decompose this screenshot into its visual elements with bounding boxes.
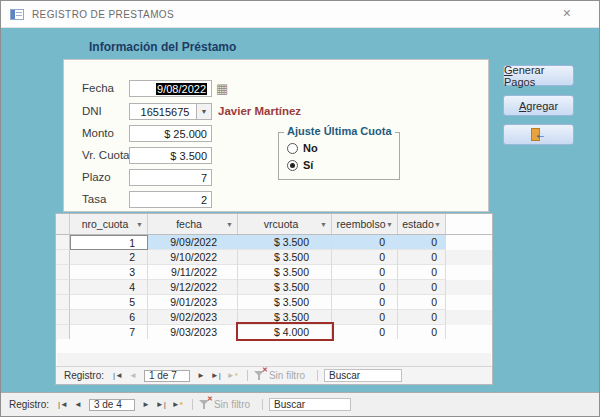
next-record-button[interactable]: ► (142, 400, 150, 410)
cell-estado[interactable]: 0 (398, 310, 446, 325)
cell-fecha[interactable]: 9/11/2022 (148, 265, 238, 280)
cell-reembolso[interactable]: 0 (332, 295, 398, 310)
cell-vrcuota[interactable]: $ 3.500 (238, 250, 332, 265)
dni-holder-name: Javier Martínez (218, 105, 301, 117)
cell-reembolso[interactable]: 0 (332, 280, 398, 295)
vr-cuota-label: Vr. Cuota (82, 149, 130, 161)
datasheet-header: nro_cuota▼ fecha▼ vrcuota▼ reembolso▼ es… (56, 214, 492, 235)
cell-fecha[interactable]: 9/12/2022 (148, 280, 238, 295)
column-header-reembolso[interactable]: reembolso▼ (332, 214, 398, 234)
row-selector[interactable] (56, 250, 70, 265)
fecha-field[interactable]: 9/08/2022 (129, 80, 212, 97)
radio-option-si[interactable]: Sí (287, 159, 313, 171)
cell-vrcuota[interactable]: $ 3.500 (238, 295, 332, 310)
vr-cuota-field[interactable]: $ 3.500 (129, 147, 212, 164)
dni-combobox[interactable]: 16515675 ▼ (129, 103, 212, 120)
search-input[interactable] (324, 369, 402, 382)
radio-icon-no[interactable] (287, 143, 298, 154)
divider (317, 370, 318, 381)
cell-reembolso[interactable]: 0 (332, 310, 398, 325)
row-selector[interactable] (56, 265, 70, 280)
cell-reembolso[interactable]: 0 (332, 250, 398, 265)
fecha-label: Fecha (82, 82, 114, 94)
column-dropdown-icon[interactable]: ▼ (136, 221, 143, 228)
dni-label: DNI (82, 105, 102, 117)
previous-record-button[interactable]: ◄ (74, 400, 82, 410)
filter-icon: ✕ (199, 399, 210, 410)
window-title: REGISTRO DE PRESTAMOS (32, 9, 174, 20)
chevron-down-icon[interactable]: ▼ (196, 104, 211, 119)
next-record-button[interactable]: ► (197, 371, 205, 381)
last-record-button[interactable]: ►| (156, 400, 166, 410)
row-selector[interactable] (56, 280, 70, 295)
cell-fecha[interactable]: 9/10/2022 (148, 250, 238, 265)
generar-pagos-button[interactable]: Generar Pagos (503, 65, 574, 86)
row-selector[interactable] (56, 325, 70, 340)
column-header-fecha[interactable]: fecha▼ (148, 214, 238, 234)
table-row: 19/09/2022$ 3.50000 (56, 235, 492, 250)
cell-nro_cuota[interactable]: 7 (70, 325, 148, 340)
previous-record-button[interactable]: ◄ (129, 371, 137, 381)
cell-vrcuota[interactable]: $ 3.500 (238, 280, 332, 295)
cell-nro_cuota[interactable]: 4 (70, 280, 148, 295)
cell-fecha[interactable]: 9/02/2023 (148, 310, 238, 325)
cell-estado[interactable]: 0 (398, 235, 446, 250)
column-dropdown-icon[interactable]: ▼ (434, 221, 441, 228)
close-icon[interactable]: × (563, 5, 571, 21)
option-group-title: Ajuste Última Cuota (284, 125, 395, 137)
first-record-button[interactable]: |◄ (113, 371, 123, 381)
cell-vrcuota[interactable]: $ 3.500 (238, 265, 332, 280)
cell-estado[interactable]: 0 (398, 295, 446, 310)
divider (247, 370, 248, 381)
column-dropdown-icon[interactable]: ▼ (386, 221, 393, 228)
column-header-estado[interactable]: estado▼ (398, 214, 446, 234)
search-input[interactable] (269, 398, 351, 411)
record-position[interactable]: 3 de 4 (89, 399, 135, 411)
last-record-button[interactable]: ►| (211, 371, 221, 381)
monto-field[interactable]: $ 25.000 (129, 125, 212, 142)
cell-reembolso[interactable]: 0 (332, 325, 398, 340)
agregar-button[interactable]: Agregar (503, 95, 574, 116)
column-header-vrcuota[interactable]: vrcuota▼ (238, 214, 332, 234)
empty-row (57, 353, 491, 367)
row-selector[interactable] (56, 235, 70, 250)
cell-fecha[interactable]: 9/01/2023 (148, 295, 238, 310)
subform-record-navigator: Registro: |◄ ◄ 1 de 7 ► ►| ►* ✕ Sin filt… (56, 366, 492, 384)
cell-nro_cuota[interactable]: 6 (70, 310, 148, 325)
plazo-field[interactable]: 7 (129, 169, 212, 186)
row-selector[interactable] (56, 295, 70, 310)
first-record-button[interactable]: |◄ (58, 400, 68, 410)
row-selector[interactable] (56, 310, 70, 325)
record-position[interactable]: 1 de 7 (144, 370, 190, 382)
cell-estado[interactable]: 0 (398, 280, 446, 295)
loan-info-panel: Fecha 9/08/2022 ▦ DNI 16515675 ▼ Javier … (63, 59, 489, 212)
cell-estado[interactable]: 0 (398, 250, 446, 265)
cell-nro_cuota[interactable]: 5 (70, 295, 148, 310)
monto-label: Monto (82, 127, 114, 139)
tasa-field[interactable]: 2 (129, 191, 212, 208)
cell-fecha[interactable]: 9/09/2022 (148, 235, 238, 250)
exit-arrow-icon: ← (535, 129, 547, 140)
new-record-button[interactable]: ►* (227, 371, 238, 381)
cell-nro_cuota[interactable]: 2 (70, 250, 148, 265)
ajuste-ultima-cuota-group: Ajuste Última Cuota No Sí (278, 132, 400, 180)
cell-fecha[interactable]: 9/03/2023 (148, 325, 238, 340)
cell-vrcuota[interactable]: $ 3.500 (238, 235, 332, 250)
exit-form-button[interactable]: ← (503, 124, 574, 145)
radio-option-no[interactable]: No (287, 142, 318, 154)
table-row: 49/12/2022$ 3.50000 (56, 280, 492, 295)
cell-estado[interactable]: 0 (398, 325, 446, 340)
cell-reembolso[interactable]: 0 (332, 235, 398, 250)
column-header-nro-cuota[interactable]: nro_cuota▼ (70, 214, 148, 234)
cell-nro_cuota[interactable]: 3 (70, 265, 148, 280)
cell-nro_cuota[interactable]: 1 (70, 235, 148, 250)
column-dropdown-icon[interactable]: ▼ (320, 221, 327, 228)
form-record-navigator: Registro: |◄ ◄ 3 de 4 ► ►| ►* ✕ Sin filt… (1, 392, 599, 416)
new-record-button[interactable]: ►* (172, 400, 183, 410)
cell-estado[interactable]: 0 (398, 265, 446, 280)
cell-reembolso[interactable]: 0 (332, 265, 398, 280)
title-bar: REGISTRO DE PRESTAMOS × (1, 1, 599, 28)
column-dropdown-icon[interactable]: ▼ (226, 221, 233, 228)
radio-icon-si[interactable] (287, 160, 298, 171)
date-picker-icon[interactable]: ▦ (216, 81, 228, 96)
